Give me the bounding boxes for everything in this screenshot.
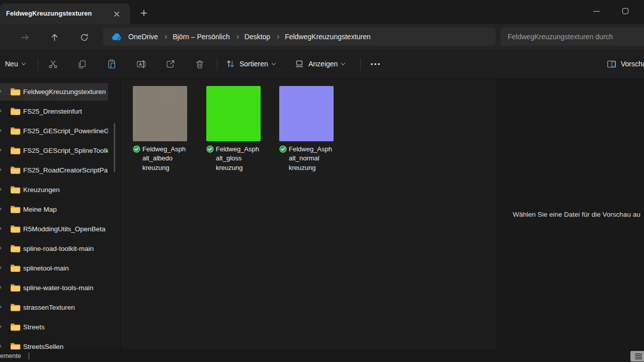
sidebar-item-feldwegkreuzungstexturen[interactable]: FeldwegKreuzungstexturen <box>0 83 108 101</box>
sidebar-item-kreuzungen[interactable]: Kreuzungen <box>0 181 108 199</box>
status-separator <box>29 352 29 359</box>
expand-chevron-icon[interactable] <box>0 305 2 309</box>
maximize-icon <box>622 8 628 14</box>
folder-icon <box>10 146 21 155</box>
expand-chevron-icon[interactable] <box>0 325 2 328</box>
up-button[interactable] <box>47 31 62 44</box>
file-explorer-window: FeldwegKreuzungstexturen OneDriv <box>0 0 644 362</box>
expand-chevron-icon[interactable] <box>0 266 2 269</box>
preview-placeholder-message: Wählen Sie eine Datei für die Vorschau a… <box>513 211 640 218</box>
sidebar-item-fs25-drensteinfurt[interactable]: FS25_Drensteinfurt <box>0 103 108 120</box>
copy-button[interactable] <box>73 56 91 72</box>
breadcrumb-item-current-folder[interactable]: FeldwegKreuzungstexturen <box>285 33 370 41</box>
sidebar-item-spline-water-tools[interactable]: spline-water-tools-main <box>0 279 108 297</box>
tab-bar: FeldwegKreuzungstexturen <box>0 0 644 24</box>
expand-chevron-icon[interactable] <box>0 148 2 152</box>
forward-button[interactable] <box>17 31 32 44</box>
details-view-button[interactable] <box>630 351 644 361</box>
breadcrumb-item-desktop[interactable]: Desktop <box>245 33 270 41</box>
new-tab-button[interactable] <box>137 7 151 20</box>
delete-button[interactable] <box>191 56 208 72</box>
folder-icon <box>10 244 21 253</box>
folder-icon <box>10 283 21 292</box>
expand-chevron-icon[interactable] <box>0 129 2 132</box>
view-button[interactable]: Anzeigen <box>294 49 345 78</box>
onedrive-synced-icon <box>133 145 140 153</box>
preview-toggle-button[interactable]: Vorschau <box>606 49 644 78</box>
tab-title: FeldwegKreuzungstexturen <box>6 4 92 24</box>
rename-icon <box>136 59 146 69</box>
chevron-down-icon <box>341 61 345 65</box>
sort-button[interactable]: Sortieren <box>225 49 275 78</box>
explorer-body: FeldwegKreuzungstexturen FS25_Drensteinf… <box>0 79 644 349</box>
sidebar-item-streetssellen[interactable]: StreetsSellen <box>0 338 108 349</box>
refresh-icon <box>79 33 89 42</box>
folder-icon <box>10 126 21 135</box>
paste-icon <box>107 59 117 69</box>
more-options-icon <box>371 63 380 65</box>
folder-icon <box>10 165 21 174</box>
folder-icon <box>10 87 21 96</box>
sidebar-item-spline-road-toolkit[interactable]: spline-road-toolkit-main <box>0 240 108 257</box>
paste-button[interactable] <box>103 56 120 72</box>
expand-chevron-icon[interactable] <box>0 188 2 191</box>
navigation-sidebar: FeldwegKreuzungstexturen FS25_Drensteinf… <box>0 79 120 349</box>
sort-button-label: Sortieren <box>239 60 268 68</box>
expand-chevron-icon[interactable] <box>0 344 2 348</box>
file-feldweg-asphalt-albedo-kreuzung[interactable]: Feldweg_Asphalt_albedokreuzung <box>133 86 191 172</box>
file-list-area[interactable]: Feldweg_Asphalt_albedokreuzung Feldweg_A… <box>120 79 497 349</box>
expand-chevron-icon[interactable] <box>0 227 2 230</box>
toolbar-separator <box>38 58 38 70</box>
tab-close-button[interactable] <box>110 8 123 20</box>
navigation-bar: OneDrive Björn – Persönlich Desktop Feld… <box>0 24 644 49</box>
new-button-label: Neu <box>5 60 18 68</box>
new-button[interactable]: Neu <box>5 49 25 78</box>
breadcrumb-item-profile[interactable]: Björn – Persönlich <box>173 33 230 41</box>
arrow-up-icon <box>50 33 59 42</box>
expand-chevron-icon[interactable] <box>0 89 2 93</box>
file-thumbnail <box>206 86 261 141</box>
sidebar-item-splinetool-main[interactable]: splinetool-main <box>0 259 108 277</box>
breadcrumb-item-onedrive[interactable]: OneDrive <box>128 33 158 41</box>
expand-chevron-icon[interactable] <box>0 168 2 171</box>
minimize-button[interactable] <box>585 0 608 22</box>
sidebar-scrollbar[interactable] <box>114 123 115 172</box>
folder-icon <box>10 107 21 116</box>
tab-active[interactable]: FeldwegKreuzungstexturen <box>0 4 130 24</box>
expand-chevron-icon[interactable] <box>0 207 2 211</box>
file-feldweg-asphalt-gloss-kreuzung[interactable]: Feldweg_Asphalt_glosskreuzung <box>206 86 265 172</box>
more-options-button[interactable] <box>367 56 384 72</box>
maximize-button[interactable] <box>614 0 637 22</box>
preview-pane: Wählen Sie eine Datei für die Vorschau a… <box>497 79 644 349</box>
rename-button[interactable] <box>132 56 149 72</box>
refresh-button[interactable] <box>76 31 92 44</box>
onedrive-synced-icon <box>206 145 214 153</box>
sidebar-item-strassentexturen[interactable]: strassenTexturen <box>0 299 108 316</box>
copy-icon <box>77 59 87 69</box>
folder-icon <box>10 263 21 273</box>
file-feldweg-asphalt-normal-kreuzung[interactable]: Feldweg_Asphalt_normalkreuzung <box>279 86 338 172</box>
expand-chevron-icon[interactable] <box>0 109 2 113</box>
preview-pane-icon <box>606 59 617 69</box>
sidebar-item-fs25-gescript-powerline[interactable]: FS25_GEScript_PowerlineG <box>0 122 108 140</box>
folder-icon <box>10 185 21 194</box>
toolbar-separator <box>360 58 361 70</box>
sidebar-item-streets[interactable]: Streets <box>0 318 108 336</box>
sidebar-item-fs25-roadcreatorscript[interactable]: FS25_RoadCreatorScriptPa <box>0 161 108 179</box>
share-icon <box>165 59 176 69</box>
toolbar-separator <box>217 58 217 70</box>
sidebar-item-fs25-gescript-splinetoolkit[interactable]: FS25_GEScript_SplineToolk <box>0 142 108 159</box>
sidebar-item-r5moddingutils[interactable]: R5ModdingUtils_OpenBeta <box>0 220 108 238</box>
expand-chevron-icon[interactable] <box>0 286 2 289</box>
chevron-right-icon <box>235 35 239 38</box>
sidebar-item-meine-map[interactable]: Meine Map <box>0 201 108 218</box>
file-name: Feldweg_Asphalt_normalkreuzung <box>289 145 332 172</box>
item-count-label: emente <box>0 350 21 362</box>
expand-chevron-icon[interactable] <box>0 246 2 250</box>
cut-button[interactable] <box>44 56 61 72</box>
search-input[interactable] <box>501 28 644 46</box>
folder-icon <box>10 342 21 349</box>
chevron-down-icon <box>21 61 25 65</box>
onedrive-icon <box>111 33 122 41</box>
share-button[interactable] <box>162 56 179 72</box>
